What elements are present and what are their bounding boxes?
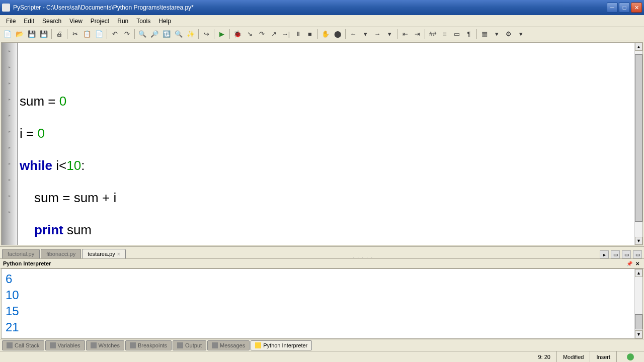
close-button[interactable]: ✕ (631, 3, 642, 13)
save-icon[interactable]: 💾 (26, 29, 37, 40)
breakpoint-icon[interactable]: ⬤ (332, 29, 343, 40)
breakpoints-icon (130, 342, 136, 348)
scroll-up-icon[interactable]: ▲ (635, 43, 642, 51)
vertical-scrollbar[interactable]: ▲ ▼ (634, 43, 642, 245)
nav-back-dropdown-icon[interactable]: ▾ (360, 29, 371, 40)
open-file-icon[interactable]: 📂 (14, 29, 25, 40)
menu-edit[interactable]: Edit (20, 17, 38, 26)
variables-icon (50, 342, 56, 348)
output-line: 10 (6, 287, 630, 303)
callstack-icon (7, 342, 13, 348)
layout-dropdown-icon[interactable]: ▾ (491, 29, 502, 40)
copy-icon[interactable]: 📋 (82, 29, 93, 40)
code-line: sum = 0 (20, 93, 632, 109)
options-dropdown-icon[interactable]: ▾ (515, 29, 526, 40)
scroll-down-icon[interactable]: ▼ (635, 237, 642, 245)
tab-watches[interactable]: Watches (86, 340, 124, 350)
tab-callstack[interactable]: Call Stack (2, 340, 44, 350)
output-line: 15 (6, 303, 630, 319)
tab-list-icon[interactable]: ▭ (611, 250, 620, 258)
python-icon (255, 342, 261, 348)
output-icon (177, 342, 183, 348)
scroll-down-icon[interactable]: ▼ (635, 330, 642, 338)
panel-title: Python Interpreter (3, 260, 51, 266)
goto-line-icon[interactable]: ↪ (201, 29, 212, 40)
interpreter-output[interactable]: 6 10 15 21 (2, 269, 634, 338)
output-line: 21 (6, 319, 630, 335)
close-tab-icon[interactable]: × (117, 251, 120, 257)
tab-split-icon[interactable]: ▭ (622, 250, 631, 258)
editor-area: ▸▸▸▸▸▸▸▸▸▸▸ sum = 0 i = 0 while i<10: su… (1, 42, 643, 245)
minimize-button[interactable]: ─ (607, 3, 618, 13)
maximize-button[interactable]: □ (619, 3, 630, 13)
debug-icon[interactable]: 🐞 (232, 29, 243, 40)
paste-icon[interactable]: 📄 (94, 29, 105, 40)
find-icon[interactable]: 🔍 (137, 29, 148, 40)
layout-icon[interactable]: ▦ (479, 29, 490, 40)
gutter: ▸▸▸▸▸▸▸▸▸▸▸ (2, 43, 18, 245)
nav-forward-icon[interactable]: → (372, 29, 383, 40)
code-line: i = 0 (20, 125, 632, 141)
highlight-icon[interactable]: ✨ (185, 29, 196, 40)
list-icon[interactable]: ≡ (439, 29, 450, 40)
nav-back-icon[interactable]: ← (348, 29, 359, 40)
watch-icon[interactable]: ✋ (320, 29, 331, 40)
interpreter-scrollbar[interactable]: ▲ ▼ (634, 269, 642, 338)
nav-forward-dropdown-icon[interactable]: ▾ (384, 29, 395, 40)
stop-icon[interactable]: ■ (304, 29, 315, 40)
app-icon (2, 4, 10, 12)
menu-file[interactable]: File (2, 17, 20, 26)
title-bar: PyScripter - C:\Users\sal\Documents\Pyth… (0, 0, 644, 15)
output-line: 6 (6, 271, 630, 287)
file-tab-factorial[interactable]: factorial.py (2, 249, 40, 258)
code-line: sum = sum + i (20, 190, 632, 206)
tab-breakpoints[interactable]: Breakpoints (125, 340, 172, 350)
panel-close-icon[interactable]: ✕ (634, 260, 641, 267)
menu-search[interactable]: Search (38, 17, 65, 26)
tab-python-interpreter[interactable]: Python Interpreter (251, 340, 312, 350)
tab-spacer: . . . . . (127, 253, 600, 258)
new-file-icon[interactable]: 📄 (2, 29, 13, 40)
menu-project[interactable]: Project (87, 17, 113, 26)
step-into-icon[interactable]: ↘ (244, 29, 255, 40)
file-tab-testarea[interactable]: testarea.py× (82, 249, 125, 258)
redo-icon[interactable]: ↷ (121, 29, 132, 40)
step-out-icon[interactable]: ↗ (268, 29, 279, 40)
menu-help[interactable]: Help (154, 17, 175, 26)
step-over-icon[interactable]: ↷ (256, 29, 267, 40)
run-icon[interactable]: ▶ (216, 29, 227, 40)
run-to-cursor-icon[interactable]: →| (280, 29, 291, 40)
tab-variables[interactable]: Variables (45, 340, 85, 350)
save-all-icon[interactable]: 💾 (38, 29, 49, 40)
menu-bar: File Edit Search View Project Run Tools … (0, 15, 644, 27)
menu-view[interactable]: View (65, 17, 87, 26)
pause-icon[interactable]: ⏸ (292, 29, 303, 40)
block-icon[interactable]: ▭ (451, 29, 462, 40)
code-line (20, 61, 632, 77)
tab-output[interactable]: Output (173, 340, 206, 350)
find-next-icon[interactable]: 🔎 (149, 29, 160, 40)
indent-icon[interactable]: ⇥ (412, 29, 423, 40)
panel-pin-icon[interactable]: 📌 (626, 260, 633, 267)
file-tab-fibonacci[interactable]: fibonacci.py (41, 249, 81, 258)
cut-icon[interactable]: ✂ (69, 29, 80, 40)
code-editor[interactable]: sum = 0 i = 0 while i<10: sum = sum + i … (18, 43, 634, 245)
print-icon[interactable]: 🖨 (54, 29, 65, 40)
menu-run[interactable]: Run (113, 17, 132, 26)
pilcrow-icon[interactable]: ¶ (463, 29, 474, 40)
status-cursor-position: 9: 20 (532, 351, 556, 362)
menu-tools[interactable]: Tools (132, 17, 154, 26)
find-in-files-icon[interactable]: 🔍 (173, 29, 184, 40)
status-bar: 9: 20 Modified Insert (0, 351, 644, 362)
tab-arrow-icon[interactable]: ▸ (600, 250, 609, 258)
status-modified: Modified (557, 351, 591, 362)
tab-maximize-icon[interactable]: ▭ (633, 250, 642, 258)
dedent-icon[interactable]: ⇤ (399, 29, 411, 40)
scroll-up-icon[interactable]: ▲ (635, 269, 642, 277)
comment-icon[interactable]: ## (427, 29, 438, 40)
replace-icon[interactable]: 🔃 (161, 29, 172, 40)
undo-icon[interactable]: ↶ (109, 29, 120, 40)
options-icon[interactable]: ⚙ (503, 29, 514, 40)
tab-messages[interactable]: Messages (207, 340, 250, 350)
interpreter-panel-header: Python Interpreter 📌 ✕ (0, 258, 644, 268)
